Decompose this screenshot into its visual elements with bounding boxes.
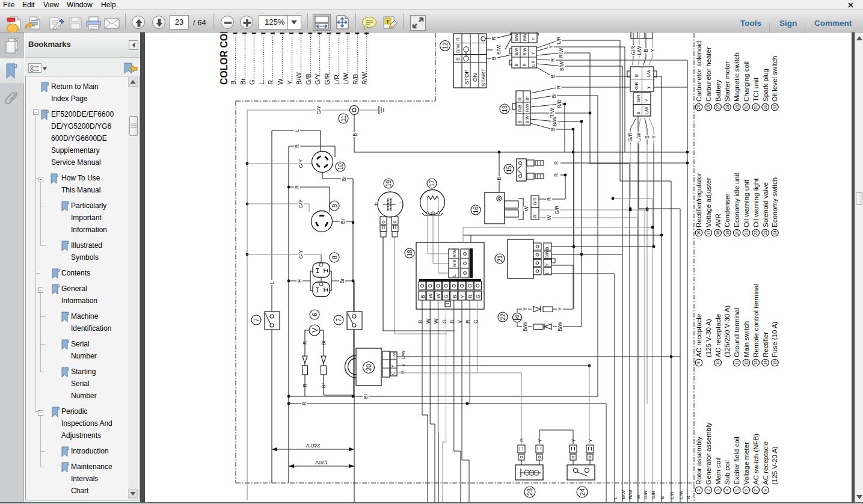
- svg-text:Starter motor: Starter motor: [723, 61, 731, 102]
- svg-text:Y: Y: [522, 307, 528, 311]
- svg-text:12: 12: [442, 42, 449, 49]
- svg-text:Br: Br: [551, 93, 557, 99]
- svg-text:B: B: [636, 111, 640, 114]
- svg-text:(125 V-20 A): (125 V-20 A): [771, 446, 778, 485]
- svg-text:B/W: B/W: [621, 490, 626, 499]
- svg-text:L: L: [452, 274, 457, 277]
- svg-text:Oil level switch: Oil level switch: [771, 56, 778, 102]
- svg-text:Economy switch: Economy switch: [771, 177, 778, 227]
- svg-text:B: B: [417, 320, 423, 324]
- svg-text:Main switch: Main switch: [743, 321, 750, 357]
- svg-text:Br: Br: [525, 96, 529, 100]
- svg-text:Main coil: Main coil: [714, 458, 722, 485]
- svg-text:3: 3: [716, 489, 720, 491]
- svg-text:R: R: [296, 279, 303, 283]
- svg-text:Y: Y: [651, 135, 657, 139]
- svg-text:19: 19: [385, 180, 392, 187]
- svg-text:Y: Y: [531, 52, 535, 55]
- svg-text:24: 24: [579, 488, 586, 496]
- svg-text:G/Y........................: G/Y........................: [314, 32, 321, 85]
- svg-text:(125 V-30 A): (125 V-30 A): [705, 319, 712, 357]
- svg-text:Condenser: Condenser: [723, 194, 731, 227]
- svg-text:AVR: AVR: [714, 214, 722, 227]
- svg-text:L/W: L/W: [636, 46, 642, 55]
- svg-text:12: 12: [744, 360, 748, 365]
- svg-text:Br: Br: [340, 219, 346, 224]
- svg-text:29: 29: [735, 105, 739, 109]
- svg-text:R: R: [518, 97, 522, 100]
- svg-text:31: 31: [754, 105, 758, 109]
- svg-text:Exciter field coil: Exciter field coil: [733, 437, 740, 485]
- svg-text:5: 5: [735, 489, 739, 491]
- svg-text:Solenoid valve: Solenoid valve: [762, 182, 769, 227]
- svg-text:L/W: L/W: [678, 490, 684, 499]
- svg-text:16: 16: [696, 230, 701, 235]
- svg-text:R/W: R/W: [525, 103, 529, 112]
- svg-text:R/W: R/W: [452, 249, 456, 257]
- svg-text:10: 10: [337, 163, 344, 170]
- svg-text:15: 15: [773, 360, 777, 365]
- svg-text:G/Y: G/Y: [298, 159, 304, 168]
- svg-text:23: 23: [763, 230, 767, 235]
- svg-text:13: 13: [502, 105, 508, 112]
- svg-text:L: L: [545, 272, 549, 274]
- svg-text:L/W: L/W: [392, 352, 396, 358]
- svg-text:B: B: [455, 58, 461, 61]
- svg-text:Generator assembly: Generator assembly: [705, 422, 712, 485]
- svg-text:Y........................: Y........................: [286, 37, 293, 85]
- svg-text:B: B: [449, 320, 455, 324]
- svg-text:Rectifier: Rectifier: [762, 332, 769, 357]
- svg-text:Y: Y: [646, 86, 651, 89]
- svg-text:B: B: [660, 496, 665, 499]
- svg-text:9: 9: [331, 204, 338, 207]
- svg-text:Br: Br: [339, 278, 345, 284]
- svg-text:R: R: [294, 185, 300, 189]
- svg-text:Br: Br: [363, 394, 369, 399]
- svg-text:7: 7: [754, 489, 758, 491]
- svg-text:R: R: [556, 85, 562, 89]
- svg-text:B: B: [518, 120, 522, 123]
- svg-text:B: B: [452, 295, 458, 298]
- svg-text:B/W: B/W: [455, 43, 461, 53]
- svg-text:Oil warning light: Oil warning light: [752, 177, 760, 227]
- svg-text:G/B: G/B: [452, 260, 456, 267]
- svg-text:B: B: [420, 295, 426, 298]
- svg-text:17: 17: [429, 180, 435, 187]
- svg-text:AC receptacle: AC receptacle: [714, 314, 722, 357]
- svg-text:B/W: B/W: [551, 117, 557, 126]
- svg-text:G/R: G/R: [630, 46, 636, 55]
- svg-text:B/W: B/W: [522, 322, 528, 331]
- svg-text:W........................: W........................: [277, 35, 284, 85]
- svg-text:R: R: [550, 58, 556, 62]
- svg-text:Remote control terminal: Remote control terminal: [752, 284, 760, 357]
- svg-text:L/W: L/W: [646, 69, 651, 77]
- svg-text:AC receptacle: AC receptacle: [695, 314, 702, 357]
- svg-text:R/B: R/B: [556, 100, 562, 109]
- svg-text:7: 7: [336, 318, 342, 322]
- svg-text:G: G: [473, 319, 479, 324]
- svg-text:B: B: [352, 133, 358, 137]
- svg-text:G/Y: G/Y: [316, 105, 322, 114]
- svg-text:R: R: [455, 37, 461, 41]
- svg-text:24: 24: [773, 230, 777, 235]
- svg-text:1: 1: [696, 489, 701, 491]
- svg-text:32: 32: [763, 105, 767, 109]
- svg-text:11: 11: [340, 115, 347, 121]
- svg-text:Y: Y: [459, 295, 465, 298]
- svg-text:R/W: R/W: [523, 48, 527, 56]
- svg-text:W: W: [523, 206, 529, 211]
- svg-text:11: 11: [735, 360, 739, 364]
- svg-text:G/R: G/R: [627, 132, 633, 141]
- svg-text:L/W: L/W: [636, 132, 642, 141]
- svg-text:R/B.........................: R/B.........................: [352, 32, 359, 85]
- svg-text:G: G: [443, 294, 449, 298]
- svg-text:L/R: L/R: [556, 36, 562, 44]
- svg-text:Br........................: Br........................: [239, 34, 247, 85]
- svg-text:L/R: L/R: [669, 491, 675, 499]
- svg-text:Y: Y: [391, 364, 395, 367]
- svg-text:G: G: [441, 319, 447, 324]
- svg-text:R: R: [546, 197, 552, 201]
- svg-text:27: 27: [716, 105, 720, 109]
- svg-text:Battery: Battery: [714, 79, 722, 102]
- svg-text:2: 2: [706, 489, 710, 491]
